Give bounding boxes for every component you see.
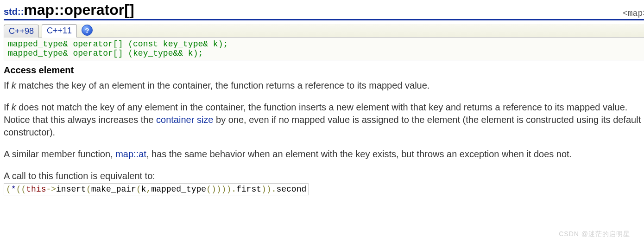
- tok-second: second: [276, 185, 306, 194]
- map-at-link[interactable]: map::at: [115, 149, 146, 159]
- p2-pre: If: [4, 102, 12, 112]
- paragraph-1: If k matches the key of an element in th…: [4, 79, 644, 92]
- tok-lplparen: ((: [16, 185, 26, 194]
- tok-arrow: ->: [46, 185, 56, 194]
- container-size-link[interactable]: container size: [156, 115, 213, 125]
- paragraph-2: If k does not match the key of any eleme…: [4, 101, 644, 139]
- p1-var: k: [12, 80, 16, 90]
- tok-lparen: (: [6, 185, 11, 194]
- tab-cpp11[interactable]: C++11: [42, 24, 77, 38]
- p1-post: matches the key of an element in the con…: [16, 80, 430, 90]
- paragraph-3: A similar member function, map::at, has …: [4, 148, 644, 161]
- p3-post: , has the same behavior when an element …: [146, 149, 572, 159]
- equivalence-code: (*((this->insert(make_pair(k,mapped_type…: [4, 183, 309, 195]
- p2-var: k: [12, 102, 16, 112]
- tab-cpp98[interactable]: C++98: [4, 25, 39, 38]
- help-icon[interactable]: ?: [82, 25, 93, 36]
- paragraph-4: A call to this function is equivalent to…: [4, 170, 644, 182]
- tok-insert: insert: [56, 185, 86, 194]
- tok-comma: ,: [146, 185, 152, 194]
- tok-mapped: mapped_type: [151, 185, 206, 194]
- signature-code: mapped_type& operator[] (const key_type&…: [4, 38, 644, 60]
- page-title: std::map::operator[]: [4, 2, 134, 18]
- title-namespace: std::: [4, 6, 24, 17]
- tok-rp4: ()))): [206, 185, 231, 194]
- tok-this: this: [26, 185, 46, 194]
- p3-pre: A similar member function,: [4, 149, 115, 159]
- title-class: map: [24, 1, 54, 18]
- p1-pre: If: [4, 80, 12, 90]
- tok-lp2: (: [136, 185, 141, 194]
- title-sep: ::: [54, 1, 64, 18]
- title-member: operator[]: [64, 1, 134, 18]
- section-title: Access element: [4, 65, 644, 76]
- tok-dot1: .: [231, 185, 236, 194]
- tok-k: k: [141, 185, 146, 194]
- tok-makepair: make_pair: [91, 185, 136, 194]
- version-tabs: C++98 C++11 ?: [4, 24, 644, 38]
- tok-star: *: [11, 185, 16, 194]
- tok-dot2: .: [271, 185, 277, 194]
- header-include: <map>: [623, 9, 644, 18]
- tok-rp2: )): [261, 185, 271, 194]
- tok-first: first: [236, 185, 261, 194]
- tok-lp: (: [86, 185, 91, 194]
- page-title-row: std::map::operator[] <map>: [4, 2, 644, 20]
